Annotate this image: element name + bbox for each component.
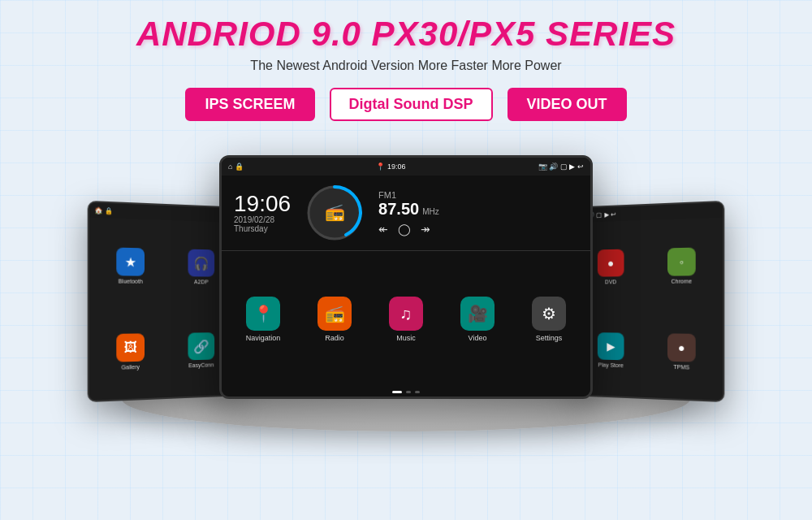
left-screen: 🏠 🔒 ★ Bluetooth 🎧 A2DP bbox=[89, 202, 239, 401]
app-icon-dvd: ● bbox=[598, 249, 624, 277]
list-item[interactable]: ◦ Chrome bbox=[646, 223, 718, 308]
app-icon-bluetooth: ★ bbox=[116, 248, 145, 276]
nav-dot-active bbox=[392, 391, 402, 393]
badge-dsp[interactable]: Digtal Sound DSP bbox=[330, 88, 493, 121]
nav-dots bbox=[222, 388, 590, 396]
app-icon-gallery: 🖼 bbox=[116, 333, 145, 362]
device-left: 🏠 🔒 ★ Bluetooth 🎧 A2DP bbox=[88, 201, 240, 402]
play-pause-icon[interactable]: ◯ bbox=[398, 223, 411, 236]
app-icon-music: ♫ bbox=[389, 297, 423, 331]
list-item[interactable]: ★ Bluetooth bbox=[94, 223, 166, 308]
main-title: ANDRIOD 9.0 PX30/PX5 SERIES bbox=[136, 15, 676, 54]
app-icon-easyconn: 🔗 bbox=[188, 332, 214, 360]
prev-track-icon[interactable]: ↞ bbox=[378, 223, 388, 236]
list-item[interactable]: 📍 Navigation bbox=[228, 258, 298, 381]
main-screen: ⌂ 🔒 📍 19:06 📷 🔊 ▢ ▶ ↩ 19:06 2019/02/28 T… bbox=[222, 158, 590, 396]
device-main: ⌂ 🔒 📍 19:06 📷 🔊 ▢ ▶ ↩ 19:06 2019/02/28 T… bbox=[219, 155, 593, 399]
app-icon-chrome: ◦ bbox=[667, 248, 696, 276]
next-track-icon[interactable]: ↠ bbox=[421, 223, 430, 236]
app-icon-radio: 📻 bbox=[317, 297, 352, 331]
left-app-grid: ★ Bluetooth 🎧 A2DP 🖼 Gall bbox=[89, 218, 239, 401]
app-icon-playstore: ▶ bbox=[598, 332, 624, 360]
list-item[interactable]: ● TPMS bbox=[646, 310, 718, 395]
app-icon-navigation: 📍 bbox=[246, 297, 280, 331]
radio-dial: 📻 bbox=[305, 184, 364, 242]
page-content: ANDRIOD 9.0 PX30/PX5 SERIES The Newest A… bbox=[0, 0, 812, 431]
app-icon-settings: ⚙ bbox=[532, 297, 566, 331]
clock-date: 2019/02/28 bbox=[234, 215, 291, 224]
radio-info: FM1 87.50 MHz ↞ ◯ ↠ bbox=[378, 190, 578, 236]
list-item[interactable]: 🎥 Video bbox=[443, 258, 512, 381]
right-screen: 📷 🔊 ▢ ▶ ↩ ● DVD ◦ Chrome bbox=[573, 202, 723, 401]
clock-display: 19:06 2019/02/28 Thursday bbox=[234, 193, 291, 233]
list-item[interactable]: ⚙ Settings bbox=[514, 258, 584, 381]
right-app-grid: ● DVD ◦ Chrome ▶ Play Store bbox=[573, 218, 723, 401]
list-item[interactable]: 📻 Radio bbox=[300, 258, 369, 381]
main-app-grid: 📍 Navigation 📻 Radio ♫ bbox=[222, 251, 590, 388]
radio-dial-svg: 📻 bbox=[305, 184, 364, 242]
list-item[interactable]: 🖼 Gallery bbox=[94, 310, 166, 395]
main-status-bar: ⌂ 🔒 📍 19:06 📷 🔊 ▢ ▶ ↩ bbox=[222, 158, 590, 176]
device-right: 📷 🔊 ▢ ▶ ↩ ● DVD ◦ Chrome bbox=[572, 201, 724, 402]
list-item[interactable]: ♫ Music bbox=[371, 258, 441, 381]
badge-video[interactable]: VIDEO OUT bbox=[508, 88, 627, 121]
badge-ips[interactable]: IPS SCREEM bbox=[185, 88, 314, 121]
nav-dot-1 bbox=[406, 391, 411, 393]
feature-badges: IPS SCREEM Digtal Sound DSP VIDEO OUT bbox=[185, 88, 626, 121]
radio-controls: ↞ ◯ ↠ bbox=[378, 223, 578, 236]
app-icon-video: 🎥 bbox=[460, 297, 495, 331]
app-icon-a2dp: 🎧 bbox=[188, 249, 214, 277]
nav-dot-2 bbox=[415, 391, 420, 393]
app-icon-tpms: ● bbox=[667, 333, 696, 362]
subtitle: The Newest Android Version More Faster M… bbox=[250, 58, 561, 73]
svg-text:📻: 📻 bbox=[325, 202, 345, 222]
top-info-section: 19:06 2019/02/28 Thursday 📻 bbox=[222, 176, 590, 251]
clock-time: 19:06 bbox=[234, 193, 291, 215]
devices-area: 🏠 🔒 ★ Bluetooth 🎧 A2DP bbox=[41, 139, 771, 431]
clock-day: Thursday bbox=[234, 224, 291, 233]
